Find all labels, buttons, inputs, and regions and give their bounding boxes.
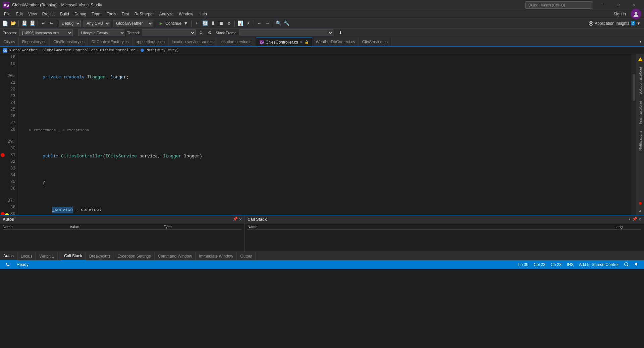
status-col[interactable]: Col 23 (531, 262, 548, 267)
menu-team[interactable]: Team (89, 11, 104, 17)
close-button[interactable]: ✕ (626, 0, 641, 10)
maximize-button[interactable]: □ (610, 0, 626, 10)
tab-repositorycs[interactable]: Repository.cs (19, 38, 50, 46)
status-add-source[interactable]: Add to Source Control (576, 262, 621, 267)
filter-btn[interactable]: ⚙ (198, 29, 205, 37)
tab-citycs[interactable]: City.cs (0, 38, 19, 46)
minimize-button[interactable]: ─ (595, 0, 610, 10)
platform-dropdown[interactable]: Any CPU (84, 20, 110, 27)
tab-cityservice[interactable]: CityService.cs (359, 38, 391, 46)
tab-citiescontroller[interactable]: C# CitiesController.cs ✕ 🔒 (256, 38, 313, 46)
tab-immediate-window[interactable]: Immediate Window (196, 252, 237, 261)
step-into-btn[interactable]: ⬇ (193, 20, 201, 27)
menu-window[interactable]: Window (176, 11, 196, 17)
stack-frame-expand-btn[interactable]: ⬇ (337, 29, 344, 37)
status-ready[interactable]: Ready (14, 262, 31, 267)
code-editor[interactable]: private readonly ILogger _logger; 0 refe… (18, 54, 631, 215)
csharp-icon: C# (260, 40, 264, 44)
tab-breakpoints[interactable]: Breakpoints (86, 252, 114, 261)
refactor-btn[interactable]: 🔧 (283, 20, 290, 27)
callstack-panel-close[interactable]: ✕ (639, 216, 641, 222)
breadcrumb-member[interactable]: Post(City city) (146, 48, 179, 52)
autos-panel-pin[interactable]: 📌 (233, 217, 238, 222)
tab-autos[interactable]: Autos (0, 252, 17, 261)
diagnostics-btn[interactable]: 📊 (236, 20, 244, 27)
performance-btn[interactable]: ⚡ (245, 20, 252, 27)
tab-cityrepositorycs[interactable]: CityRepository.cs (50, 38, 88, 46)
menu-analyze[interactable]: Analyze (157, 11, 176, 17)
menu-help[interactable]: Help (196, 11, 210, 17)
status-ch[interactable]: Ch 23 (548, 262, 564, 267)
save-btn[interactable]: 💾 (20, 20, 28, 27)
tab-output[interactable]: Output (237, 252, 256, 261)
menu-resharper[interactable]: ReSharper (132, 11, 157, 17)
tab-locationservice[interactable]: location.service.ts (217, 38, 256, 46)
tab-dbcontextfactorycs[interactable]: DbContextFactory.cs (88, 38, 132, 46)
hot-reload-btn[interactable]: ♻ (225, 20, 233, 27)
undo-btn[interactable]: ↩ (40, 20, 47, 27)
callstack-panel-pin[interactable]: 📌 (632, 217, 637, 222)
continue-btn[interactable]: ▶ (157, 20, 165, 27)
menu-test[interactable]: Test (119, 11, 132, 17)
tab-overflow-btn[interactable]: ▾ (637, 38, 644, 46)
callstack-dropdown-btn[interactable]: ▾ (628, 217, 631, 222)
svg-point-12 (6, 263, 7, 264)
pause-btn[interactable]: ⏸ (209, 20, 217, 27)
menu-project[interactable]: Project (40, 11, 57, 17)
status-zoom[interactable] (621, 262, 631, 268)
project-dropdown[interactable]: GlobalWeather (113, 20, 153, 27)
menu-tools[interactable]: Tools (104, 11, 119, 17)
filter2-btn[interactable]: ⚙ (206, 29, 214, 37)
tab-watch1[interactable]: Watch 1 (36, 252, 58, 261)
tab-citiescontroller-close[interactable]: ✕ (300, 40, 303, 44)
tab-command-window[interactable]: Command Window (155, 252, 196, 261)
find-btn[interactable]: 🔍 (275, 20, 282, 27)
sign-in-button[interactable]: Sign in (610, 11, 629, 17)
tab-locationservicespec[interactable]: location.service.spec.ts (168, 38, 217, 46)
status-ln[interactable]: Ln 39 (516, 262, 531, 267)
status-ins[interactable]: INS (564, 262, 576, 267)
solution-explorer-tab[interactable]: Solution Explorer (637, 64, 644, 97)
status-notifications[interactable] (631, 262, 641, 268)
menu-build[interactable]: Build (57, 11, 72, 17)
new-project-btn[interactable]: 📄 (1, 20, 9, 27)
menu-debug[interactable]: Debug (72, 11, 89, 17)
breadcrumb-project[interactable]: GlobalWeather (9, 48, 38, 52)
open-btn[interactable]: 📂 (9, 20, 17, 27)
redo-btn[interactable]: ↪ (48, 20, 55, 27)
tab-appsettingsjson[interactable]: appsettings.json (132, 38, 169, 46)
quick-launch-input[interactable]: Quick Launch (Ctrl+Q) (525, 1, 592, 9)
menu-view[interactable]: View (25, 11, 40, 17)
notifications-tab[interactable]: Notifications (637, 128, 644, 153)
nav-fwd-btn[interactable]: → (264, 20, 271, 27)
status-right: Ln 39 Col 23 Ch 23 INS Add to Source Con… (516, 262, 641, 268)
app-insights-button[interactable]: Application Insights 2 ▼ (587, 20, 643, 27)
menu-edit[interactable]: Edit (13, 11, 25, 17)
tab-call-stack[interactable]: Call Stack (61, 252, 86, 261)
save-all-btn[interactable]: 💾 (29, 20, 36, 27)
restart-btn[interactable]: 🔄 (201, 20, 209, 27)
editor-scrollbar[interactable] (631, 54, 636, 215)
stack-frame-dropdown[interactable] (239, 29, 333, 36)
tab-exception-settings[interactable]: Exception Settings (114, 252, 154, 261)
tab-locals[interactable]: Locals (17, 252, 36, 261)
menu-file[interactable]: File (1, 11, 13, 17)
user-avatar[interactable] (631, 9, 641, 19)
app-insights-dropdown-icon[interactable]: ▼ (637, 21, 641, 26)
stop-btn[interactable]: ⏹ (217, 20, 225, 27)
process-dropdown[interactable]: [14596] iisexpress.exe (19, 29, 73, 36)
team-explorer-tab[interactable]: Team Explorer (637, 98, 644, 127)
tab-citiescontroller-lock: 🔒 (305, 40, 309, 44)
autos-panel-body: Name Value Type (0, 223, 245, 252)
git-branch[interactable] (3, 262, 13, 267)
nav-back-btn[interactable]: ← (256, 20, 263, 27)
breadcrumb-namespace[interactable]: GlobalWeather.Controllers.CitiesControll… (42, 48, 135, 52)
lifecycle-dropdown[interactable]: Lifecycle Events (78, 29, 125, 36)
scroll-thumb[interactable] (633, 74, 635, 101)
autos-panel-close[interactable]: ✕ (239, 216, 242, 222)
step-over-dropdown[interactable]: ▼ (182, 20, 190, 27)
expand-btn[interactable]: ▲ (638, 208, 643, 213)
tab-weatherdbcontext[interactable]: WeatherDbContext.cs (312, 38, 359, 46)
thread-dropdown[interactable] (142, 29, 196, 36)
debug-mode-dropdown[interactable]: Debug (59, 20, 81, 27)
